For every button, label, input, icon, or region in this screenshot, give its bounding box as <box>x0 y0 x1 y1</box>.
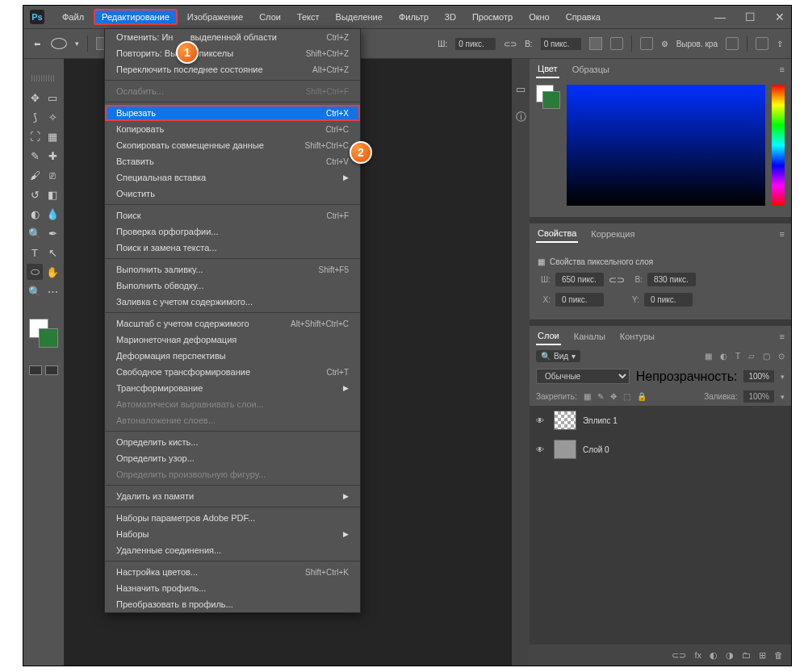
visibility-icon[interactable]: 👁 <box>536 445 547 454</box>
filter-toggle-icon[interactable]: ⊙ <box>778 352 785 361</box>
tab-properties[interactable]: Свойства <box>536 225 578 243</box>
blend-mode-select[interactable]: Обычные <box>536 369 630 384</box>
menu-stroke[interactable]: Выполнить обводку... <box>105 278 360 294</box>
more-tool[interactable]: ⋯ <box>44 283 61 299</box>
link-icon[interactable]: ⊂⊃ <box>609 274 625 286</box>
align-icon[interactable] <box>610 37 623 50</box>
minimize-icon[interactable]: — <box>714 10 726 23</box>
chevron-down-icon[interactable]: ▾ <box>75 40 79 48</box>
menu-view[interactable]: Просмотр <box>466 9 519 25</box>
gradient-tool[interactable]: ◐ <box>27 206 43 222</box>
layer-item[interactable]: 👁 Эллипс 1 <box>530 406 791 435</box>
filter-pixel-icon[interactable]: ▦ <box>705 352 712 361</box>
panel-menu-icon[interactable]: ≡ <box>780 332 785 341</box>
fx-icon[interactable]: fx <box>694 650 701 660</box>
arrange-icon[interactable] <box>756 37 768 50</box>
home-icon[interactable]: ⬅ <box>31 40 43 48</box>
zoom-tool[interactable]: 🔍 <box>27 283 43 299</box>
layer-filter[interactable]: 🔍 Вид ▾ <box>536 350 580 362</box>
brush-tool[interactable]: 🖌 <box>27 167 43 183</box>
menu-perspective-warp[interactable]: Деформация перспективы <box>105 348 360 364</box>
wand-tool[interactable]: ✧ <box>44 109 61 125</box>
menu-copy-merged[interactable]: Скопировать совмещенные данныеShift+Ctrl… <box>105 137 360 153</box>
menu-define-brush[interactable]: Определить кисть... <box>105 434 360 450</box>
tab-layers[interactable]: Слои <box>536 328 561 345</box>
menu-filter[interactable]: Фильтр <box>392 9 435 25</box>
marquee-tool[interactable]: ▭ <box>44 90 61 106</box>
h-field[interactable]: 830 пикс. <box>647 273 696 286</box>
menu-redo[interactable]: Повторить: Вы пикселыShift+Ctrl+Z <box>105 45 360 61</box>
filter-smart-icon[interactable]: ▢ <box>763 352 770 361</box>
history-brush-tool[interactable]: ↺ <box>27 186 43 202</box>
y-field[interactable]: 0 пикс. <box>644 293 693 307</box>
align-label[interactable]: Выров. кра <box>676 40 718 48</box>
ellipse-shape-icon[interactable] <box>51 38 67 49</box>
menu-undo[interactable]: Отменить: Ин выделенной областиCtrl+Z <box>105 29 360 45</box>
visibility-icon[interactable]: 👁 <box>536 416 547 425</box>
close-icon[interactable]: ✕ <box>775 10 785 23</box>
delete-icon[interactable]: 🗑 <box>774 650 783 660</box>
menu-content-scale[interactable]: Масштаб с учетом содержимогоAlt+Shift+Ct… <box>105 315 360 332</box>
history-icon[interactable]: ▭ <box>516 83 526 95</box>
share-icon[interactable]: ⇪ <box>777 40 783 48</box>
menu-fill[interactable]: Выполнить заливку...Shift+F5 <box>105 261 360 278</box>
filter-type-icon[interactable]: T <box>735 352 740 361</box>
menu-pdf-presets[interactable]: Наборы параметров Adobe PDF... <box>105 510 360 526</box>
tab-adjustments[interactable]: Коррекция <box>589 226 636 242</box>
opacity-field[interactable]: 100% <box>743 370 774 382</box>
menu-select[interactable]: Выделение <box>329 9 389 25</box>
menu-paste[interactable]: ВставитьCtrl+V <box>105 153 360 169</box>
new-layer-icon[interactable]: ⊞ <box>759 650 766 661</box>
menu-convert-profile[interactable]: Преобразовать в профиль... <box>105 596 360 612</box>
menu-type[interactable]: Текст <box>291 9 326 25</box>
mask-icon[interactable]: ◐ <box>710 650 718 661</box>
lock-nest-icon[interactable]: ⬚ <box>623 392 630 401</box>
menu-cut[interactable]: ВырезатьCtrl+X <box>105 105 360 121</box>
menu-remote[interactable]: Удаленные соединения... <box>105 542 360 558</box>
adjustment-icon[interactable]: ◑ <box>726 650 734 661</box>
w-field[interactable]: 650 пикс. <box>555 273 604 286</box>
lock-pos-icon[interactable]: ✥ <box>610 392 617 401</box>
pathop-icon[interactable] <box>640 37 653 50</box>
maximize-icon[interactable]: ☐ <box>745 10 756 23</box>
link-layers-icon[interactable]: ⊂⊃ <box>672 650 686 661</box>
menu-spellcheck[interactable]: Проверка орфографии... <box>105 223 360 240</box>
menu-layers[interactable]: Слои <box>253 9 287 25</box>
menu-toggle-state[interactable]: Переключить последнее состояниеAlt+Ctrl+… <box>105 61 360 77</box>
menu-paste-special[interactable]: Специальная вставка▶ <box>105 169 360 186</box>
menu-puppet-warp[interactable]: Марионеточная деформация <box>105 332 360 348</box>
stamp-tool[interactable]: ⎚ <box>44 167 61 183</box>
menu-content-fill[interactable]: Заливка с учетом содержимого... <box>105 294 360 310</box>
screen-mode[interactable] <box>29 365 58 375</box>
filter-shape-icon[interactable]: ▱ <box>748 352 755 361</box>
menu-window[interactable]: Окно <box>522 9 556 25</box>
lock-pixels-icon[interactable]: ▦ <box>584 392 591 401</box>
type-tool[interactable]: T <box>27 244 43 261</box>
gear-icon[interactable]: ⚙ <box>661 40 668 48</box>
filter-adjust-icon[interactable]: ◐ <box>720 352 727 361</box>
width-input[interactable] <box>455 38 496 50</box>
panel-grip[interactable] <box>31 75 56 81</box>
panel-menu-icon[interactable]: ≡ <box>780 65 785 74</box>
tab-color[interactable]: Цвет <box>536 61 559 78</box>
tab-channels[interactable]: Каналы <box>572 328 607 344</box>
dodge-tool[interactable]: 🔍 <box>27 225 43 241</box>
menu-copy[interactable]: КопироватьCtrl+C <box>105 121 360 137</box>
color-picker[interactable] <box>567 85 765 206</box>
menu-presets[interactable]: Наборы▶ <box>105 526 360 542</box>
menu-clear[interactable]: Очистить <box>105 186 360 202</box>
hand-tool[interactable]: ✋ <box>44 264 61 280</box>
panel-menu-icon[interactable]: ≡ <box>780 229 785 239</box>
link-icon[interactable]: ⊂⊃ <box>504 40 517 48</box>
info-icon[interactable]: ⓘ <box>516 110 526 124</box>
heal-tool[interactable]: ✚ <box>44 148 61 164</box>
fill-field[interactable]: 100% <box>743 390 774 403</box>
pen-tool[interactable]: ✒ <box>44 225 61 241</box>
opt-icon[interactable] <box>726 37 739 50</box>
menu-color-settings[interactable]: Настройка цветов...Shift+Ctrl+K <box>105 564 360 580</box>
layer-item[interactable]: 👁 Слой 0 <box>530 435 791 464</box>
move-tool[interactable]: ✥ <box>27 90 43 106</box>
group-icon[interactable]: 🗀 <box>742 650 751 660</box>
fg-bg-swatch[interactable] <box>536 85 560 109</box>
menu-3d[interactable]: 3D <box>438 9 463 25</box>
